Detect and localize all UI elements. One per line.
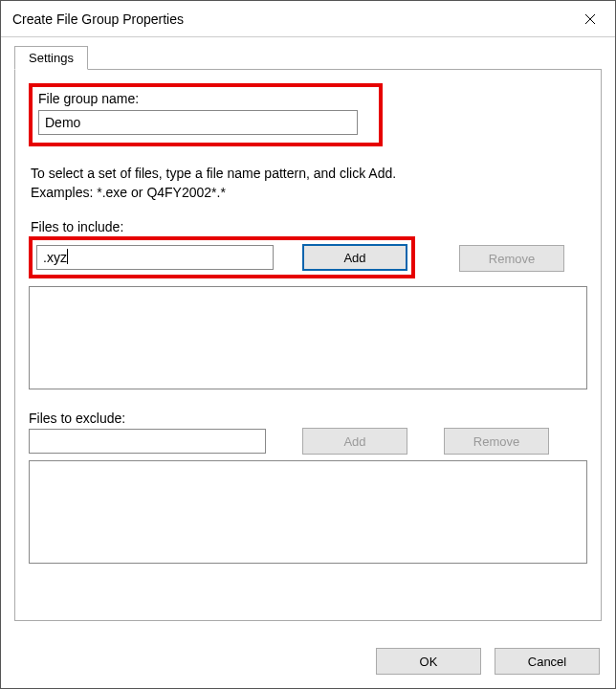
file-group-name-input[interactable] xyxy=(38,110,358,135)
include-input-text: .xyz xyxy=(43,250,67,265)
include-pattern-input[interactable]: .xyz xyxy=(36,245,274,270)
include-listbox[interactable] xyxy=(29,286,587,389)
exclude-section: Files to exclude: Add Remove xyxy=(29,411,587,564)
exclude-pattern-input[interactable] xyxy=(29,429,266,454)
help-text-line1: To select a set of files, type a file na… xyxy=(31,166,396,181)
exclude-row: Add Remove xyxy=(29,428,587,455)
titlebar: Create File Group Properties xyxy=(1,1,615,37)
exclude-listbox[interactable] xyxy=(29,460,587,564)
window-title: Create File Group Properties xyxy=(12,11,184,27)
file-group-name-section: File group name: xyxy=(29,83,383,146)
help-text-line2: Examples: *.exe or Q4FY2002*.* xyxy=(31,185,226,200)
tab-bar: Settings xyxy=(14,45,602,69)
close-icon xyxy=(584,13,596,25)
include-remove-button[interactable]: Remove xyxy=(459,245,564,272)
help-text: To select a set of files, type a file na… xyxy=(29,164,587,202)
exclude-remove-button[interactable]: Remove xyxy=(444,428,549,455)
settings-panel: File group name: To select a set of file… xyxy=(14,69,602,621)
dialog-window: Create File Group Properties Settings Fi… xyxy=(0,0,616,689)
include-row: .xyz Add Remove xyxy=(29,236,587,280)
include-add-button[interactable]: Add xyxy=(302,244,407,271)
cancel-button[interactable]: Cancel xyxy=(495,648,600,675)
dialog-button-row: OK Cancel xyxy=(1,634,615,688)
close-button[interactable] xyxy=(569,5,611,33)
dialog-content: Settings File group name: To select a se… xyxy=(1,37,615,634)
exclude-add-button[interactable]: Add xyxy=(302,428,407,455)
text-caret xyxy=(67,249,68,264)
files-to-exclude-label: Files to exclude: xyxy=(29,411,587,426)
tab-settings[interactable]: Settings xyxy=(14,46,88,70)
file-group-name-label: File group name: xyxy=(38,91,373,106)
ok-button[interactable]: OK xyxy=(376,648,481,675)
include-highlight: .xyz Add xyxy=(29,236,415,278)
files-to-include-label: Files to include: xyxy=(29,219,587,234)
